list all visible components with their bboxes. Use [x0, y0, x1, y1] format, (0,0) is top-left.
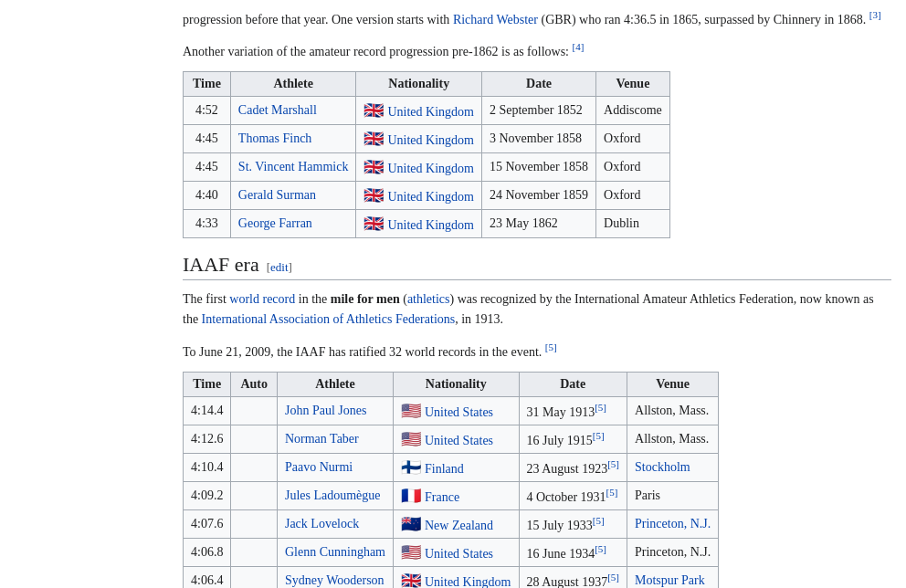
- venue-cell: Paris: [627, 481, 719, 509]
- nationality-link[interactable]: New Zealand: [425, 519, 493, 532]
- table-row: 4:10.4Paavo Nurmi🇫🇮Finland23 August 1923…: [184, 453, 719, 481]
- nationality-link[interactable]: France: [425, 490, 459, 504]
- athlete-cell: Jack Lovelock: [277, 509, 393, 538]
- venue-link[interactable]: Motspur Park: [635, 573, 705, 587]
- nationality-link[interactable]: United Kingdom: [387, 162, 474, 175]
- col-athlete: Athlete: [230, 72, 356, 97]
- athlete-link[interactable]: Thomas Finch: [238, 131, 312, 145]
- intro-paragraph-2: Another variation of the amateur record …: [183, 39, 891, 62]
- col-nationality: Nationality: [356, 72, 482, 97]
- ref5-link[interactable]: [5]: [545, 341, 557, 352]
- date-ref[interactable]: [5]: [595, 402, 606, 413]
- ref3-link[interactable]: [3]: [869, 9, 881, 20]
- date-ref[interactable]: [5]: [606, 487, 618, 498]
- date-ref[interactable]: [5]: [593, 430, 605, 441]
- nationality-cell: 🇬🇧United Kingdom: [356, 210, 482, 238]
- table-row: 4:33George Farran🇬🇧United Kingdom23 May …: [184, 210, 670, 238]
- iaaf-col-venue: Venue: [627, 372, 719, 396]
- date-cell: 15 July 1933[5]: [519, 509, 627, 538]
- time-cell: 4:45: [184, 153, 231, 182]
- iaaf-col-time: Time: [184, 372, 231, 396]
- venue-link[interactable]: Stockholm: [635, 460, 690, 474]
- athlete-link[interactable]: George Farran: [238, 216, 312, 230]
- time-cell: 4:07.6: [184, 509, 231, 538]
- venue-link[interactable]: Princeton, N.J.: [635, 517, 711, 530]
- world-record-link[interactable]: world record: [229, 292, 295, 306]
- athlete-cell: George Farran: [230, 210, 356, 238]
- date-ref[interactable]: [5]: [593, 515, 605, 526]
- athlete-cell: Norman Taber: [277, 425, 393, 453]
- athlete-cell: Cadet Marshall: [230, 97, 356, 125]
- date-cell: 23 August 1923[5]: [519, 453, 627, 481]
- nationality-link[interactable]: United Kingdom: [387, 105, 474, 119]
- time-cell: 4:52: [184, 97, 231, 125]
- nationality-link[interactable]: United Kingdom: [387, 133, 474, 147]
- iaaf-full-link[interactable]: International Association of Athletics F…: [202, 312, 456, 326]
- nationality-link[interactable]: Finland: [425, 462, 464, 476]
- venue-cell: Oxford: [596, 153, 670, 182]
- nationality-link[interactable]: United Kingdom: [425, 575, 511, 588]
- nationality-cell: 🇫🇮Finland: [394, 453, 520, 481]
- nationality-cell: 🇺🇸United States: [394, 538, 520, 566]
- time-cell: 4:06.4: [184, 566, 231, 588]
- athlete-link[interactable]: Cadet Marshall: [238, 103, 317, 117]
- nationality-cell: 🇬🇧United Kingdom: [394, 566, 520, 588]
- auto-cell: [231, 538, 278, 566]
- athlete-link[interactable]: Paavo Nurmi: [285, 460, 353, 474]
- nationality-link[interactable]: United Kingdom: [387, 190, 474, 204]
- athlete-cell: Glenn Cunningham: [277, 538, 393, 566]
- nationality-cell: 🇬🇧United Kingdom: [356, 97, 482, 125]
- athlete-link[interactable]: Norman Taber: [285, 432, 359, 446]
- nationality-cell: 🇬🇧United Kingdom: [356, 125, 482, 153]
- athlete-link[interactable]: Gerald Surman: [238, 188, 316, 202]
- iaaf-col-date: Date: [519, 372, 627, 396]
- col-time: Time: [184, 72, 231, 97]
- date-cell: 3 November 1858: [481, 125, 595, 153]
- nationality-cell: 🇺🇸United States: [394, 425, 520, 453]
- athlete-link[interactable]: St. Vincent Hammick: [238, 160, 349, 173]
- athlete-cell: Gerald Surman: [230, 182, 356, 210]
- athlete-link[interactable]: Sydney Wooderson: [285, 573, 385, 587]
- athlete-link[interactable]: Jack Lovelock: [285, 517, 359, 530]
- date-ref[interactable]: [5]: [607, 458, 619, 469]
- table-row: 4:06.8Glenn Cunningham🇺🇸United States16 …: [184, 538, 719, 566]
- iaaf-edit-bracket: [edit]: [267, 260, 292, 275]
- iaaf-edit-link[interactable]: edit: [270, 260, 289, 274]
- nationality-link[interactable]: United States: [425, 434, 493, 447]
- nationality-link[interactable]: United States: [425, 547, 493, 561]
- nationality-cell: 🇳🇿New Zealand: [394, 509, 520, 538]
- athlete-cell: Jules Ladoumègue: [277, 481, 393, 509]
- date-ref[interactable]: [5]: [595, 543, 606, 554]
- auto-cell: [231, 566, 278, 588]
- richard-webster-link[interactable]: Richard Webster: [453, 13, 538, 26]
- iaaf-col-nationality: Nationality: [394, 372, 520, 396]
- amateur-record-table: Time Athlete Nationality Date Venue 4:52…: [183, 71, 670, 238]
- date-cell: 16 June 1934[5]: [519, 538, 627, 566]
- venue-cell: Princeton, N.J.: [627, 538, 719, 566]
- athlete-link[interactable]: John Paul Jones: [285, 404, 366, 417]
- auto-cell: [231, 509, 278, 538]
- nationality-cell: 🇬🇧United Kingdom: [356, 153, 482, 182]
- athlete-link[interactable]: Jules Ladoumègue: [285, 488, 381, 502]
- athletics-link[interactable]: athletics: [407, 292, 450, 306]
- date-cell: 15 November 1858: [481, 153, 595, 182]
- nationality-cell: 🇬🇧United Kingdom: [356, 182, 482, 210]
- athlete-cell: Sydney Wooderson: [277, 566, 393, 588]
- table-row: 4:07.6Jack Lovelock🇳🇿New Zealand15 July …: [184, 509, 719, 538]
- time-cell: 4:06.8: [184, 538, 231, 566]
- nationality-link[interactable]: United Kingdom: [387, 218, 474, 232]
- time-cell: 4:45: [184, 125, 231, 153]
- time-cell: 4:14.4: [184, 396, 231, 425]
- col-date: Date: [481, 72, 595, 97]
- iaaf-era-heading: IAAF era [edit]: [183, 253, 891, 280]
- nationality-link[interactable]: United States: [425, 405, 493, 419]
- athlete-cell: John Paul Jones: [277, 396, 393, 425]
- table-row: 4:14.4John Paul Jones🇺🇸United States31 M…: [184, 396, 719, 425]
- athlete-link[interactable]: Glenn Cunningham: [285, 545, 385, 559]
- venue-cell: Motspur Park: [627, 566, 719, 588]
- date-ref[interactable]: [5]: [607, 572, 619, 583]
- table-row: 4:06.4Sydney Wooderson🇬🇧United Kingdom28…: [184, 566, 719, 588]
- iaaf-col-auto: Auto: [231, 372, 278, 396]
- ref4-link[interactable]: [4]: [573, 41, 585, 52]
- iaaf-paragraph-2: To June 21, 2009, the IAAF has ratified …: [183, 340, 891, 362]
